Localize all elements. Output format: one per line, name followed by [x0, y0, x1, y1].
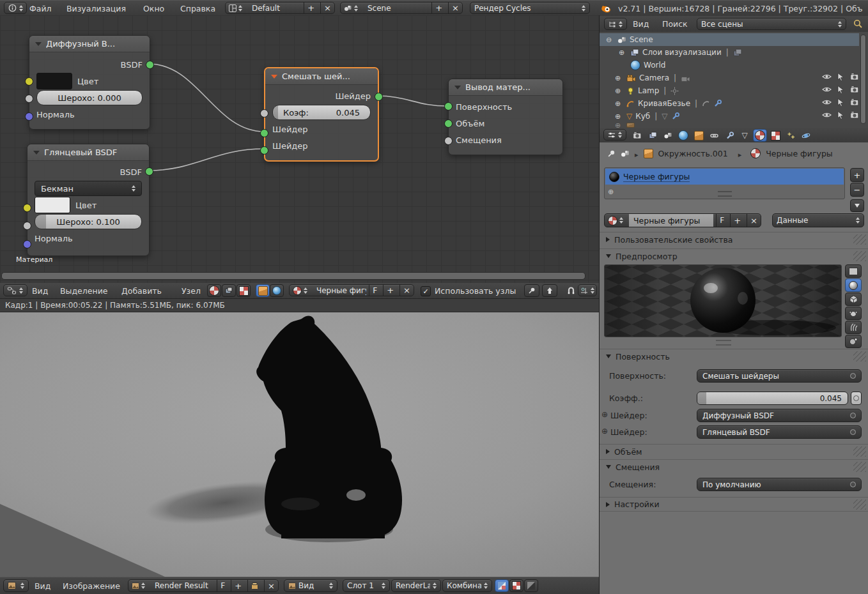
expand-shader1-icon[interactable]: [601, 411, 608, 418]
material-specials-button[interactable]: [850, 199, 864, 212]
panel-grip[interactable]: [853, 351, 866, 362]
diffuse-roughness-slider[interactable]: Шерохо: 0.000: [36, 90, 143, 105]
restrict-icons-camera[interactable]: [822, 73, 859, 81]
material-datablock-selector[interactable]: Черные фигу... F: [289, 284, 414, 296]
input-socket-surface[interactable]: [444, 102, 453, 110]
node-editor-hscrollbar[interactable]: [1, 272, 585, 280]
image-datablock-selector[interactable]: Render Result F: [128, 579, 279, 592]
preview-hair-button[interactable]: [845, 321, 862, 334]
row-label[interactable]: Слои визуализации: [642, 48, 722, 57]
glossy-distribution-dropdown[interactable]: Бекман: [35, 181, 142, 196]
row-label[interactable]: Scene: [630, 35, 653, 44]
expand-icon[interactable]: [615, 87, 623, 95]
slot-material-name[interactable]: Черные фигуры: [623, 172, 690, 182]
tab-object-data[interactable]: [738, 129, 752, 142]
menu-view[interactable]: Вид: [33, 577, 52, 594]
row-label[interactable]: КриваяБезье: [638, 99, 690, 108]
tab-material[interactable]: [753, 129, 767, 142]
diffuse-color-swatch[interactable]: [36, 73, 72, 89]
scene-icon[interactable]: [621, 149, 630, 158]
panel-grip[interactable]: [853, 234, 866, 245]
delete-layout-button[interactable]: [320, 3, 334, 13]
glossy-color-swatch[interactable]: [35, 197, 70, 213]
panel-grip[interactable]: [853, 499, 866, 510]
output-socket-shader[interactable]: [375, 93, 383, 101]
input-socket-normal[interactable]: [25, 112, 33, 121]
collapse-triangle-icon[interactable]: [271, 75, 277, 79]
restrict-icons-cube[interactable]: [822, 111, 859, 119]
display-channels-z-button[interactable]: [524, 579, 538, 592]
menu-view[interactable]: Вид: [632, 16, 650, 32]
breadcrumb-material[interactable]: Черные фигуры: [766, 149, 832, 158]
input-socket-shader2[interactable]: [260, 146, 268, 155]
tree-type-texture-button[interactable]: [236, 284, 251, 297]
collapse-triangle-icon[interactable]: [33, 151, 40, 155]
tab-object[interactable]: [692, 129, 706, 142]
use-nodes-checkbox[interactable]: [421, 286, 431, 296]
tree-type-shader-button[interactable]: [207, 284, 221, 297]
outliner-row-world[interactable]: World: [612, 59, 868, 72]
pin-button[interactable]: [524, 284, 539, 297]
input-socket-shader1[interactable]: [260, 129, 268, 137]
expand-icon[interactable]: [615, 112, 623, 121]
tab-world[interactable]: [676, 129, 690, 142]
fac-decorator-button[interactable]: [851, 392, 862, 405]
slot-expand-icon[interactable]: [608, 188, 614, 196]
expand-icon[interactable]: [619, 49, 627, 57]
outliner-tree[interactable]: Scene Слои визуализации | World Camera |: [600, 32, 868, 128]
outliner-display-filter-dropdown[interactable]: Все сцены: [697, 18, 846, 30]
decorator-dot-icon[interactable]: [850, 482, 856, 487]
unlink-image-button[interactable]: [264, 580, 278, 591]
menu-node[interactable]: Узел: [180, 283, 202, 298]
row-label[interactable]: World: [644, 61, 665, 70]
editor-type-selector[interactable]: [4, 2, 27, 14]
tab-modifiers[interactable]: [722, 129, 736, 142]
render-restrict-icon[interactable]: [850, 73, 859, 80]
node-material-output[interactable]: Вывод матер... Поверхность Объём Смещени…: [448, 79, 563, 155]
input-socket-roughness[interactable]: [25, 95, 33, 103]
delete-scene-button[interactable]: [448, 3, 462, 13]
editor-type-selector[interactable]: [604, 18, 627, 30]
display-channels-color-alpha-button[interactable]: [495, 579, 509, 592]
input-socket-roughness[interactable]: [23, 222, 31, 230]
input-socket-displacement[interactable]: [444, 137, 453, 145]
tab-scene[interactable]: [661, 129, 675, 142]
node-glossy-bsdf[interactable]: Глянцевый BSDF BSDF Бекман Цвет Шерохо: …: [27, 144, 150, 256]
material-slot-list[interactable]: Черные фигуры: [604, 167, 845, 199]
eye-icon[interactable]: [822, 73, 832, 80]
shader-target-world-button[interactable]: [270, 284, 284, 297]
output-socket-bsdf[interactable]: [145, 167, 153, 176]
new-material-button[interactable]: [730, 214, 744, 227]
panel-surface[interactable]: Поверхность: [600, 349, 868, 363]
input-socket-color[interactable]: [23, 204, 31, 212]
screen-layout-selector[interactable]: Default: [225, 2, 335, 14]
outliner-vscrollbar[interactable]: [860, 34, 866, 124]
collapse-triangle-icon[interactable]: [35, 42, 42, 46]
render-engine-selector[interactable]: Рендер Cycles: [470, 2, 590, 14]
preview-flat-button[interactable]: [845, 264, 862, 278]
node-diffuse-header[interactable]: Диффузный B...: [29, 36, 150, 52]
panel-grip[interactable]: [853, 446, 866, 457]
search-icon[interactable]: [853, 19, 863, 29]
add-material-slot-button[interactable]: [850, 168, 864, 182]
snap-mode-dropdown[interactable]: [578, 284, 597, 296]
input-socket-normal[interactable]: [23, 240, 31, 248]
preview-cube-button[interactable]: [845, 293, 862, 306]
tab-texture[interactable]: [768, 129, 782, 142]
go-to-parent-tree-button[interactable]: [542, 284, 557, 297]
node-editor-region[interactable]: Диффузный B... BSDF Цвет Шерохо: 0.000 Н…: [0, 15, 600, 283]
node-output-header[interactable]: Вывод матер...: [449, 79, 562, 96]
decorator-dot-icon[interactable]: [850, 429, 856, 435]
material-name-field[interactable]: Черные фигуры: [629, 214, 713, 227]
breadcrumb-object[interactable]: Окружность.001: [658, 149, 728, 158]
fac-slider[interactable]: 0.045: [697, 392, 848, 405]
editor-type-selector[interactable]: [3, 284, 27, 296]
menu-search[interactable]: Поиск: [661, 16, 689, 32]
display-channels-alpha-button[interactable]: [509, 579, 523, 592]
pin-icon[interactable]: [607, 149, 616, 158]
unlink-material-button[interactable]: [747, 214, 761, 227]
restrict-icons-lamp[interactable]: [822, 86, 859, 94]
scene-selector[interactable]: Scene: [340, 2, 463, 14]
restrict-icons-curve[interactable]: [822, 98, 859, 107]
preview-monkey-button[interactable]: [845, 307, 862, 320]
